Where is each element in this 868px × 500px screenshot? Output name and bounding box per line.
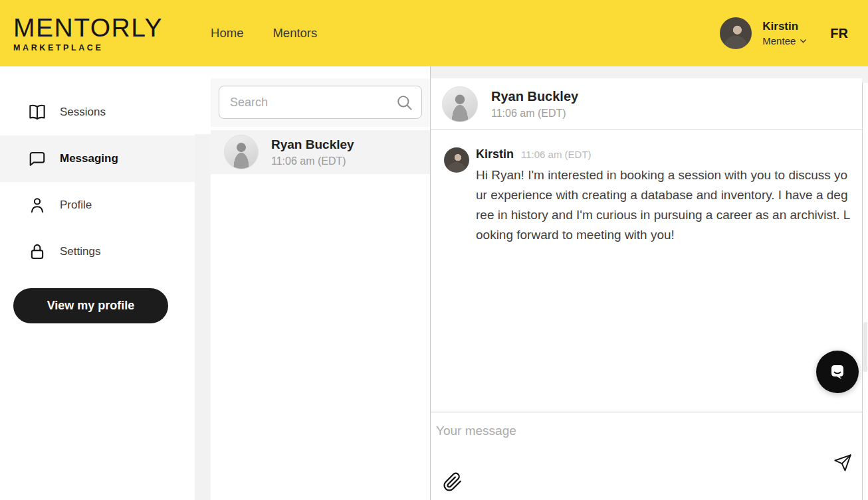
- chat-scrollbar[interactable]: [862, 83, 868, 500]
- sidebar-menu: Sessions Messaging Profile Settings: [0, 66, 195, 275]
- nav-home[interactable]: Home: [211, 26, 243, 41]
- book-icon: [27, 102, 47, 122]
- chat-bubble-icon: [827, 361, 848, 382]
- user-menu[interactable]: Kirstin Mentee: [762, 20, 808, 46]
- chat-icon: [27, 149, 47, 169]
- search-input[interactable]: [219, 86, 421, 118]
- sidebar-label-messaging: Messaging: [60, 152, 118, 165]
- sidebar-label-settings: Settings: [60, 245, 100, 258]
- chat-header-avatar: [442, 86, 478, 122]
- chat-header-name: Ryan Buckley: [491, 89, 578, 104]
- message-composer: [431, 412, 862, 500]
- message: Kirstin 11:06 am (EDT) Hi Ryan! I'm inte…: [431, 130, 862, 245]
- chat-header: Ryan Buckley 11:06 am (EDT): [431, 78, 862, 130]
- chat-header-info: Ryan Buckley 11:06 am (EDT): [491, 89, 578, 120]
- sidebar-item-profile[interactable]: Profile: [0, 182, 195, 228]
- conversation-time: 11:06 am (EDT): [271, 155, 354, 167]
- message-text: Hi Ryan! I'm interested in booking a ses…: [476, 165, 851, 245]
- conversation-info: Ryan Buckley 11:06 am (EDT): [271, 137, 354, 167]
- sidebar-item-settings[interactable]: Settings: [0, 228, 195, 275]
- message-list: Kirstin 11:06 am (EDT) Hi Ryan! I'm inte…: [431, 130, 862, 411]
- scrollbar-thumb[interactable]: [863, 322, 867, 372]
- message-time: 11:06 am (EDT): [521, 149, 592, 160]
- conversations-panel: Ryan Buckley 11:06 am (EDT): [211, 66, 430, 500]
- header-user-area: Kirstin Mentee FR: [720, 17, 857, 49]
- support-chat-launcher[interactable]: [816, 351, 859, 393]
- column-gap: [195, 66, 211, 500]
- nav-mentors[interactable]: Mentors: [272, 26, 317, 41]
- search-box: [219, 86, 422, 119]
- person-icon: [27, 195, 47, 215]
- chat-header-time: 11:06 am (EDT): [491, 108, 578, 120]
- message-head: Kirstin 11:06 am (EDT): [476, 147, 851, 161]
- main-nav: Home Mentors: [211, 26, 317, 41]
- user-role: Mentee: [762, 35, 808, 46]
- user-name: Kirstin: [762, 20, 808, 33]
- sidebar-label-sessions: Sessions: [60, 106, 106, 119]
- language-toggle[interactable]: FR: [830, 26, 848, 41]
- search-panel: [211, 78, 430, 127]
- logo-subtitle: MARKETPLACE: [13, 44, 163, 52]
- chat-card: Ryan Buckley 11:06 am (EDT) Kirstin 11:0…: [431, 78, 862, 500]
- conversation-item-ryan-buckley[interactable]: Ryan Buckley 11:06 am (EDT): [211, 130, 430, 174]
- message-input[interactable]: [431, 412, 862, 458]
- user-avatar[interactable]: [720, 17, 752, 49]
- search-icon[interactable]: [395, 94, 413, 112]
- mentorly-logo[interactable]: MENTORLY MARKETPLACE: [13, 15, 163, 52]
- view-my-profile-button[interactable]: View my profile: [13, 288, 168, 323]
- chevron-down-icon: [799, 37, 808, 45]
- logo-title: MENTORLY: [13, 15, 163, 41]
- sidebar: Sessions Messaging Profile Settings View…: [0, 66, 195, 500]
- conversation-name: Ryan Buckley: [271, 137, 354, 152]
- message-avatar: [444, 147, 469, 173]
- conversation-avatar: [224, 135, 259, 169]
- sidebar-label-profile: Profile: [60, 199, 92, 212]
- message-sender: Kirstin: [476, 147, 514, 161]
- sidebar-item-sessions[interactable]: Sessions: [0, 89, 195, 135]
- sidebar-item-messaging[interactable]: Messaging: [0, 135, 195, 182]
- app-header: MENTORLY MARKETPLACE Home Mentors Kirsti…: [0, 0, 868, 66]
- send-icon[interactable]: [833, 454, 852, 472]
- chat-panel: Ryan Buckley 11:06 am (EDT) Kirstin 11:0…: [430, 66, 868, 500]
- composer-divider: [431, 412, 868, 412]
- attachment-icon[interactable]: [443, 471, 463, 493]
- lock-icon: [27, 242, 47, 262]
